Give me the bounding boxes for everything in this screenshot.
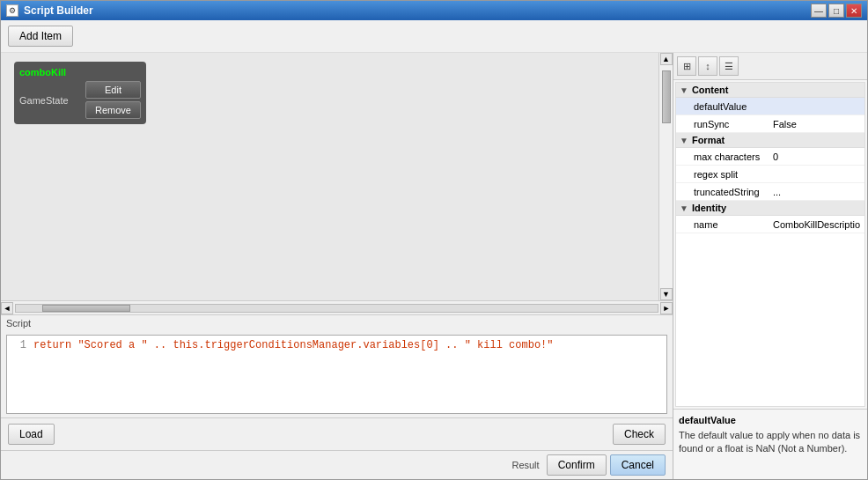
add-item-button[interactable]: Add Item [8, 26, 73, 47]
identity-group-name: Identity [692, 203, 726, 213]
script-editor[interactable]: 1 return "Scored a " .. this.triggerCond… [6, 335, 667, 414]
script-line: 1 return "Scored a " .. this.triggerCond… [12, 339, 661, 351]
title-bar: ⚙ Script Builder — □ ✕ [1, 1, 867, 20]
script-label: Script [1, 315, 673, 331]
maximize-button[interactable]: □ [828, 4, 844, 18]
prop-row-defaultvalue[interactable]: defaultValue [676, 98, 864, 115]
desc-title: defaultValue [679, 415, 862, 425]
remove-button[interactable]: Remove [85, 101, 141, 119]
filter-icon[interactable]: ☰ [719, 56, 739, 76]
group-format-header[interactable]: ▼ Format [676, 133, 864, 148]
scroll-left-arrow[interactable]: ◄ [1, 302, 13, 314]
prop-key-truncatedstring: truncatedString [694, 187, 773, 197]
window-icon: ⚙ [6, 4, 18, 17]
prop-row-name[interactable]: name ComboKillDescriptio [676, 216, 864, 233]
desc-text: The default value to apply when no data … [679, 429, 862, 456]
vertical-scrollbar[interactable]: ▲ ▼ [658, 53, 673, 300]
script-section: Script 1 return "Scored a " .. this.trig… [1, 314, 673, 417]
line-code: return "Scored a " .. this.triggerCondit… [33, 339, 554, 351]
close-button[interactable]: ✕ [846, 4, 862, 18]
scroll-track-horizontal[interactable] [15, 304, 658, 313]
edit-button[interactable]: Edit [85, 81, 141, 99]
sort-icon[interactable]: ↕ [698, 56, 717, 76]
node-buttons: Edit Remove [85, 81, 141, 119]
main-content: comboKill GameState Edit Remove ▲ [1, 53, 867, 479]
group-identity-header[interactable]: ▼ Identity [676, 201, 864, 216]
prop-row-regexsplit[interactable]: regex split [676, 166, 864, 183]
description-box: defaultValue The default value to apply … [673, 409, 867, 479]
node-title: comboKill [19, 67, 141, 78]
content-arrow-icon: ▼ [680, 85, 688, 95]
window-title: Script Builder [24, 4, 805, 17]
bottom-bar: Load Check [1, 417, 673, 450]
group-content-header[interactable]: ▼ Content [676, 83, 864, 98]
cancel-button[interactable]: Cancel [610, 454, 666, 476]
confirm-button[interactable]: Confirm [547, 454, 607, 476]
load-button[interactable]: Load [8, 424, 55, 445]
prop-val-name: ComboKillDescriptio [773, 219, 860, 230]
scroll-thumb-vertical[interactable] [662, 70, 671, 123]
property-tree: ▼ Content defaultValue runSync False ▼ F… [675, 82, 865, 407]
right-toolbar: ⊞ ↕ ☰ [673, 53, 867, 80]
scroll-up-arrow[interactable]: ▲ [660, 53, 673, 65]
prop-val-runsync: False [773, 119, 859, 129]
prop-key-runsync: runSync [694, 119, 773, 129]
node-label: GameState [19, 95, 69, 106]
check-button[interactable]: Check [613, 424, 666, 445]
content-group-name: Content [692, 85, 729, 95]
canvas-area: comboKill GameState Edit Remove [1, 53, 658, 300]
node-card: comboKill GameState Edit Remove [14, 62, 146, 124]
prop-row-maxchars[interactable]: max characters 0 [676, 148, 864, 166]
line-number: 1 [12, 339, 26, 351]
canvas-row: comboKill GameState Edit Remove ▲ [1, 53, 673, 300]
prop-row-runsync[interactable]: runSync False [676, 115, 864, 133]
prop-key-maxchars: max characters [694, 151, 773, 162]
result-label: Result [511, 460, 539, 470]
title-bar-buttons: — □ ✕ [811, 4, 862, 18]
prop-key-name: name [694, 219, 773, 230]
right-panel: ⊞ ↕ ☰ ▼ Content defaultValue runSync Fal… [673, 53, 867, 479]
format-group-name: Format [692, 135, 725, 145]
format-arrow-icon: ▼ [680, 136, 688, 145]
scroll-down-arrow[interactable]: ▼ [660, 288, 673, 300]
main-window: ⚙ Script Builder — □ ✕ Add Item comboKil… [0, 0, 868, 480]
node-body: GameState Edit Remove [19, 81, 141, 119]
confirm-bar: Result Confirm Cancel [1, 450, 673, 479]
horizontal-scrollbar[interactable]: ◄ ► [1, 300, 673, 314]
prop-key-regexsplit: regex split [694, 169, 773, 180]
grid-icon[interactable]: ⊞ [677, 56, 696, 76]
prop-val-maxchars: 0 [773, 151, 859, 162]
prop-key-defaultvalue: defaultValue [694, 101, 773, 112]
scroll-thumb-horizontal[interactable] [42, 305, 130, 312]
left-panel: comboKill GameState Edit Remove ▲ [1, 53, 673, 479]
prop-row-truncatedstring[interactable]: truncatedString ... [676, 183, 864, 201]
toolbar: Add Item [1, 20, 867, 53]
scroll-right-arrow[interactable]: ► [660, 302, 673, 314]
identity-arrow-icon: ▼ [680, 203, 688, 213]
minimize-button[interactable]: — [811, 4, 827, 18]
prop-val-truncatedstring: ... [773, 187, 859, 197]
